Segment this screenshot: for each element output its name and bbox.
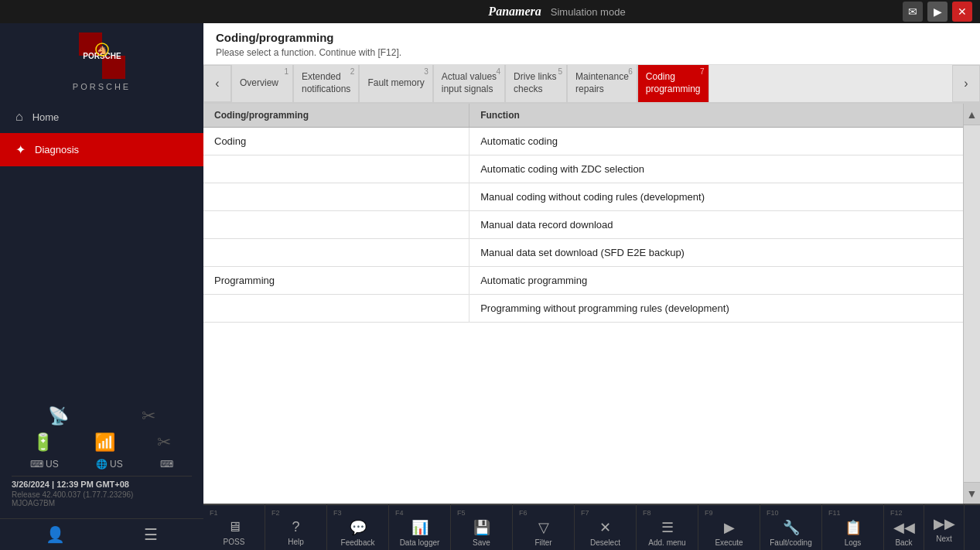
mode-label: Simulation mode (551, 6, 626, 18)
table-row[interactable]: CodingAutomatic coding (203, 128, 963, 155)
toolbar-add-menu[interactable]: F8 ☰ Add. menu (637, 504, 698, 550)
function-cell: Programming without programming rules (d… (470, 295, 963, 323)
tab-fault-memory[interactable]: 3 Fault memory (359, 65, 432, 102)
router-icon: 📡 (48, 406, 69, 426)
toolbar-save[interactable]: F5 💾 Save (451, 504, 513, 550)
tab-coding-programming[interactable]: 7 Codingprogramming (637, 65, 709, 102)
table-row[interactable]: Programming without programming rules (d… (203, 295, 963, 323)
play-button[interactable]: ▶ (927, 2, 948, 22)
help-icon: ? (292, 519, 299, 535)
toolbar-logs[interactable]: F11 📋 Logs (822, 504, 884, 550)
save-icon: 💾 (473, 519, 490, 536)
porsche-crest-icon: PORSCHE 🐴 (79, 32, 125, 79)
diagnosis-label: Diagnosis (35, 144, 79, 155)
fault-coding-icon: 🔧 (783, 519, 800, 536)
top-bar: Panamera Simulation mode ✉ ▶ ✕ (0, 0, 980, 23)
bottom-toolbar: F1 🖥 POSS F2 ? Help F3 💬 Feedback F4 📊 D… (203, 504, 980, 550)
toolbar-feedback[interactable]: F3 💬 Feedback (327, 504, 389, 550)
locale-globe: 🌐 US (96, 459, 123, 470)
status-panel: 📡 ✂ 🔋 📶 ✂ ⌨ US 🌐 US ⌨ (0, 398, 203, 518)
globe-icon: 🌐 (96, 459, 108, 470)
function-cell: Automatic programming (470, 267, 963, 295)
functions-table: Coding/programming Function CodingAutoma… (203, 104, 963, 323)
filter-icon: ▽ (538, 519, 549, 536)
table-wrapper: Coding/programming Function CodingAutoma… (203, 104, 980, 504)
locale2-label: US (110, 459, 123, 470)
deselect-icon: ✕ (599, 519, 611, 536)
diagnosis-icon: ✦ (15, 142, 26, 157)
toolbar-filter[interactable]: F6 ▽ Filter (513, 504, 575, 550)
tab-actual-values[interactable]: 4 Actual valuesinput signals (433, 65, 505, 102)
tab-nav-prev[interactable]: ‹ (203, 65, 231, 102)
signal-off-icon: ✂ (142, 406, 155, 426)
category-cell: Programming (203, 267, 470, 295)
table-row[interactable]: Automatic coding with ZDC selection (203, 155, 963, 183)
close-button[interactable]: ✕ (952, 2, 972, 22)
battery-icon: 🔋 (32, 432, 53, 453)
function-cell: Manual data set download (SFD E2E backup… (470, 239, 963, 267)
tab-drive-links[interactable]: 5 Drive linkschecks (505, 65, 567, 102)
function-cell: Manual coding without coding rules (deve… (470, 183, 963, 211)
category-cell: Coding (203, 128, 470, 155)
toolbar-deselect[interactable]: F7 ✕ Deselect (575, 504, 637, 550)
locale1-label: US (46, 459, 59, 470)
home-label: Home (32, 111, 60, 123)
table-scrollbar: ▲ ▼ (963, 104, 980, 504)
category-cell (203, 155, 470, 183)
scroll-down-button[interactable]: ▼ (964, 482, 981, 504)
sidebar-item-diagnosis[interactable]: ✦ Diagnosis (0, 133, 203, 166)
tab-overview[interactable]: 1 Overview (231, 65, 293, 102)
data-logger-icon: 📊 (411, 519, 429, 536)
tab-nav-next[interactable]: › (952, 65, 980, 102)
page-subtitle: Please select a function. Continue with … (216, 47, 968, 58)
machine-id-label: MJOAG7BM (12, 499, 192, 507)
category-cell (203, 239, 470, 267)
table-row[interactable]: Manual coding without coding rules (deve… (203, 183, 963, 211)
toolbar-back[interactable]: F12 ◀◀ Back (884, 504, 924, 550)
toolbar-help[interactable]: F2 ? Help (265, 504, 327, 550)
toolbar-poss[interactable]: F1 🖥 POSS (203, 504, 265, 550)
toolbar-next[interactable]: ▶▶ Next (924, 504, 965, 550)
wifi-icon: 📶 (94, 432, 115, 453)
message-icon[interactable]: ✉ (903, 2, 923, 22)
next-icon: ▶▶ (934, 515, 955, 532)
category-cell (203, 183, 470, 211)
category-cell (203, 295, 470, 323)
table-row[interactable]: Manual data record download (203, 211, 963, 239)
toolbar-data-logger[interactable]: F4 📊 Data logger (389, 504, 451, 550)
locale-input: ⌨ (160, 459, 173, 470)
content-area: Coding/programming Please select a funct… (203, 23, 980, 550)
home-icon: ⌂ (15, 110, 23, 124)
tab-extended-notifications[interactable]: 2 Extendednotifications (293, 65, 359, 102)
back-icon: ◀◀ (893, 519, 915, 536)
tab-maintenance[interactable]: 6 Maintenancerepairs (567, 65, 637, 102)
toolbar-fault-coding[interactable]: F10 🔧 Fault/coding (760, 504, 822, 550)
status-row-2: 🔋 📶 ✂ (12, 432, 192, 453)
poss-icon: 🖥 (227, 519, 241, 535)
sidebar-item-home[interactable]: ⌂ Home (0, 101, 203, 133)
category-cell (203, 211, 470, 239)
sidebar-logo: PORSCHE 🐴 PORSCHE (71, 31, 133, 93)
menu-icon[interactable]: ☰ (144, 525, 158, 544)
datetime-panel: 3/26/2024 | 12:39 PM GMT+08 Release 42.4… (12, 476, 192, 511)
content-header: Coding/programming Please select a funct… (203, 23, 980, 65)
input-icon: ⌨ (160, 459, 173, 470)
add-menu-icon: ☰ (661, 519, 674, 536)
table-row[interactable]: ProgrammingAutomatic programming (203, 267, 963, 295)
status-row-1: 📡 ✂ (12, 406, 192, 426)
sidebar-bottom: 👤 ☰ (0, 518, 203, 550)
col1-header: Coding/programming (203, 104, 470, 128)
top-bar-actions: ✉ ▶ ✕ (903, 2, 972, 22)
main-layout: PORSCHE 🐴 PORSCHE ⌂ Home ✦ Diagnosis 📡 ✂… (0, 23, 980, 550)
scroll-up-button[interactable]: ▲ (964, 104, 981, 125)
signal-off2-icon: ✂ (157, 432, 171, 453)
page-title: Coding/programming (216, 31, 968, 44)
user-icon[interactable]: 👤 (46, 525, 65, 544)
toolbar-execute[interactable]: F9 ▶ Execute (698, 504, 760, 550)
execute-icon: ▶ (724, 519, 735, 536)
datetime-label: 3/26/2024 | 12:39 PM GMT+08 (12, 480, 192, 489)
car-model-label: Panamera (488, 5, 541, 19)
logs-icon: 📋 (845, 519, 862, 536)
table-row[interactable]: Manual data set download (SFD E2E backup… (203, 239, 963, 267)
top-bar-center: Panamera Simulation mode (488, 5, 625, 19)
